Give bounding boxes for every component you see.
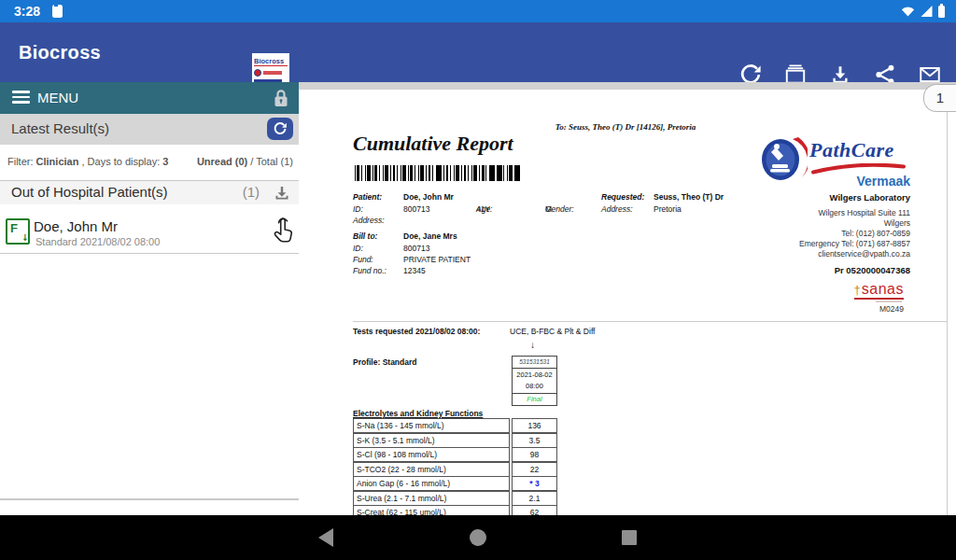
biocross-logo-emblem xyxy=(254,69,288,77)
patient-label: Patient: xyxy=(353,192,382,202)
battery-icon xyxy=(938,6,945,18)
sanas-accreditation-code: M0249 xyxy=(850,304,904,314)
latest-results-header: Latest Result(s) xyxy=(0,114,299,146)
id-value: 800713 xyxy=(403,204,429,214)
result-file-icon: F ⭣ xyxy=(6,218,30,245)
filter-row: Filter: Clinician , Days to display: 3 U… xyxy=(0,145,299,180)
menu-bar[interactable]: MENU xyxy=(0,82,299,114)
page-number-badge: 1 xyxy=(923,84,956,112)
table-row: S-Cl (98 - 108 mmol/L) 98 xyxy=(353,447,558,462)
tests-requested-value: UCE, B-FBC & Plt & Diff xyxy=(510,327,595,336)
patient-name: Doe, John Mr xyxy=(34,218,118,234)
fund-no-value: 12345 xyxy=(403,266,426,275)
recents-button[interactable] xyxy=(607,515,652,560)
table-row: S-Creat (62 - 115 umol/L) 62 xyxy=(353,505,558,515)
test-name-cell: Anion Gap (6 - 16 mmol/L) xyxy=(353,476,510,491)
section-title: Electrolytes and Kidney Functions xyxy=(353,409,483,418)
latest-results-title: Latest Result(s) xyxy=(11,114,109,144)
viewer-top-gap xyxy=(299,82,956,90)
bill-id-label: ID: xyxy=(353,244,363,253)
filter-summary: Filter: Clinician , Days to display: 3 xyxy=(7,156,168,167)
cellular-signal-icon xyxy=(921,6,933,17)
status-icons xyxy=(901,0,945,22)
app-title: Biocross xyxy=(19,22,101,82)
test-name-cell: S-Urea (2.1 - 7.1 mmol/L) xyxy=(353,491,510,506)
patient-value: Doe, John Mr xyxy=(403,192,454,202)
id-label: ID: xyxy=(353,204,363,214)
tests-requested-label: Tests requested 2021/08/02 08:00: xyxy=(353,327,480,336)
req-address-label: Address: xyxy=(601,204,633,214)
patient-info-block: Patient: Doe, John Mr Requested: Seuss, … xyxy=(353,192,754,278)
home-button[interactable] xyxy=(456,515,500,560)
home-icon xyxy=(470,529,486,546)
menu-label: MENU xyxy=(37,82,78,114)
result-datetime: 2021-08-02 08:00 xyxy=(512,368,557,394)
bill-to-label: Bill to: xyxy=(353,231,377,241)
barcode xyxy=(355,165,520,181)
test-name-cell: S-Cl (98 - 108 mmol/L) xyxy=(353,447,510,462)
result-status: Final xyxy=(512,393,557,406)
requested-value: Seuss, Theo (T) Dr xyxy=(654,192,724,202)
biocross-logo-text: Biocross xyxy=(254,57,288,66)
lock-icon xyxy=(273,88,289,108)
test-value-cell: * 3 xyxy=(512,476,557,491)
fund-label: Fund: xyxy=(353,255,373,264)
download-icon xyxy=(271,182,293,204)
sidebar-divider xyxy=(0,498,299,500)
report-title: Cumulative Report xyxy=(353,132,513,156)
lab-address-line: Wilgers xyxy=(799,218,910,229)
down-arrow-icon: ↓ xyxy=(530,340,535,350)
notification-icon xyxy=(52,5,63,18)
sanas-mark-icon: † xyxy=(854,283,861,297)
table-row: S-Urea (2.1 - 7.1 mmol/L) 2.1 xyxy=(353,491,558,506)
table-row: S-TCO2 (22 - 28 mmol/L) 22 xyxy=(353,462,558,477)
report-divider xyxy=(353,321,947,322)
refresh-results-button[interactable] xyxy=(267,118,293,140)
fund-value: PRIVATE PATIENT xyxy=(403,255,471,264)
test-name-cell: S-Creat (62 - 115 umol/L) xyxy=(353,505,510,515)
address-label: Address: xyxy=(353,216,385,225)
test-value-cell: 2.1 xyxy=(512,491,557,506)
patient-list-item[interactable]: F ⭣ Doe, John Mr Standard 2021/08/02 08:… xyxy=(0,204,299,254)
test-name-cell: S-K (3.5 - 5.1 mmol/L) xyxy=(353,433,510,448)
test-value-cell: 136 xyxy=(512,418,557,433)
table-row: Anion Gap (6 - 16 mmol/L) * 3 xyxy=(353,476,558,491)
test-value-cell: 22 xyxy=(512,462,557,477)
group-count-badge: (1) xyxy=(243,181,260,203)
table-row: S-K (3.5 - 5.1 mmol/L) 3.5 xyxy=(353,433,558,448)
practice-number: Pr 0520000047368 xyxy=(799,265,910,275)
back-icon xyxy=(318,528,333,547)
test-value-cell: 62 xyxy=(512,505,557,515)
app-screen: 3:28 Biocross Biocross xyxy=(0,0,956,560)
report-viewer[interactable]: To: Seuss, Theo (T) Dr [14126], Pretoria… xyxy=(299,82,956,515)
sanas-subline xyxy=(876,301,902,302)
table-row: S-Na (136 - 145 mmol/L) 136 xyxy=(353,418,558,433)
lab-address-line: Emergency Tel: (071) 687-8857 xyxy=(799,239,910,249)
lab-address-line: Wilgers Hospital Suite 111 xyxy=(799,208,910,218)
lab-address-line: Tel: (012) 807-0859 xyxy=(799,229,910,239)
sanas-wordmark: †sanas xyxy=(854,281,904,300)
fund-no-label: Fund no.: xyxy=(353,266,387,275)
refresh-icon xyxy=(273,121,288,136)
episode-number: 531531531 xyxy=(512,356,557,369)
app-bar: Biocross Biocross xyxy=(0,22,956,82)
lab-address-line: clientservice@vpath.co.za xyxy=(799,249,910,259)
patient-group-header[interactable]: Out of Hospital Patient(s) (1) xyxy=(0,180,299,205)
patient-result-detail: Standard 2021/08/02 08:00 xyxy=(35,236,160,247)
download-group-button[interactable] xyxy=(271,182,293,204)
test-value-cell: 3.5 xyxy=(512,433,557,448)
pathcare-ball-icon xyxy=(761,136,808,185)
hamburger-icon xyxy=(12,91,30,105)
test-name-cell: S-TCO2 (22 - 28 mmol/L) xyxy=(353,462,510,477)
unread-total-summary: Unread (0) / Total (1) xyxy=(197,156,293,167)
bill-to-value: Doe, Jane Mrs xyxy=(403,231,457,241)
page-edge-line xyxy=(947,90,948,515)
back-button[interactable] xyxy=(303,515,348,560)
result-column-header: 531531531 2021-08-02 08:00 Final xyxy=(512,357,557,406)
android-nav-bar xyxy=(0,515,956,560)
report-addressee: To: Seuss, Theo (T) Dr [14126], Pretoria xyxy=(429,122,822,132)
req-address-value: Pretoria xyxy=(654,204,682,214)
group-title: Out of Hospital Patient(s) xyxy=(11,181,168,203)
recents-icon xyxy=(622,530,637,545)
test-value-cell: 98 xyxy=(512,447,557,462)
